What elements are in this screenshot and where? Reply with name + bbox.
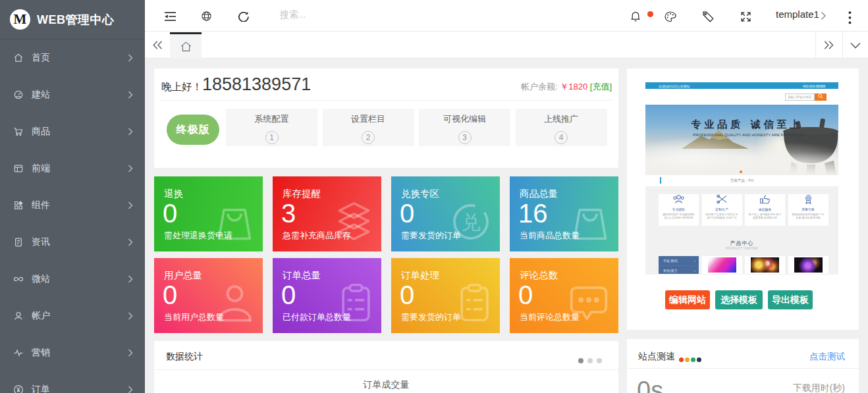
svg-text:兑: 兑 <box>461 211 481 233</box>
